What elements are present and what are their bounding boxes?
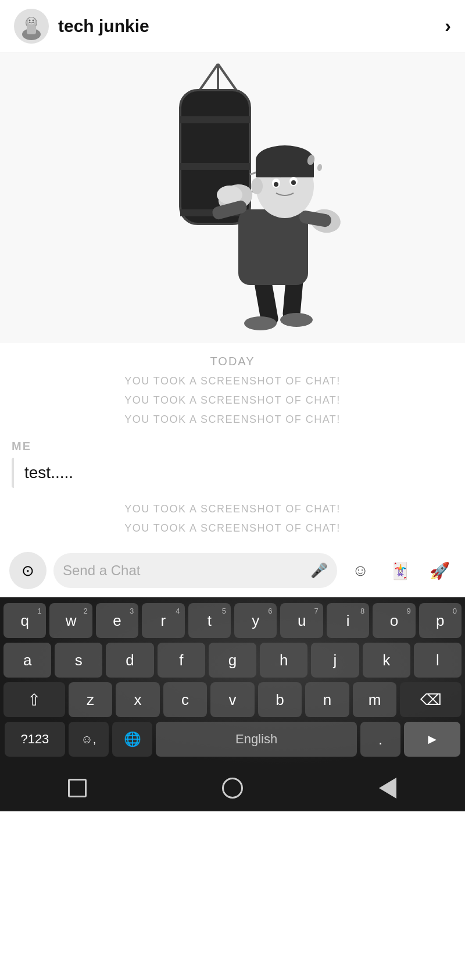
back-button[interactable] xyxy=(370,771,405,806)
user-avatar[interactable] xyxy=(14,9,49,44)
screenshot-notice-3: YOU TOOK A SCREENSHOT OF CHAT! xyxy=(0,410,465,429)
key-n[interactable]: n xyxy=(305,682,349,717)
key-a[interactable]: a xyxy=(3,643,51,678)
key-h[interactable]: h xyxy=(260,643,307,678)
screenshot-notice-4: YOU TOOK A SCREENSHOT OF CHAT! xyxy=(0,500,465,519)
key-j[interactable]: j xyxy=(311,643,359,678)
sticker-button[interactable]: 🃏 xyxy=(384,554,416,587)
key-g[interactable]: g xyxy=(209,643,256,678)
screenshot-notice-5: YOU TOOK A SCREENSHOT OF CHAT! xyxy=(0,519,465,538)
sender-label: ME xyxy=(0,435,465,455)
system-nav-bar xyxy=(0,765,465,811)
recent-apps-button[interactable] xyxy=(60,771,95,806)
keyboard-row-3: ⇧ z x c v b n m ⌫ xyxy=(3,682,462,717)
svg-point-20 xyxy=(244,316,277,330)
svg-point-5 xyxy=(29,19,31,21)
rocket-button[interactable]: 🚀 xyxy=(423,554,456,587)
screenshot-section-2: YOU TOOK A SCREENSHOT OF CHAT! YOU TOOK … xyxy=(0,494,465,544)
key-i[interactable]: i8 xyxy=(327,603,369,638)
bitmoji-sticker xyxy=(0,52,465,343)
shift-key[interactable]: ⇧ xyxy=(3,682,65,717)
key-f[interactable]: f xyxy=(158,643,205,678)
svg-point-37 xyxy=(317,163,323,171)
space-key[interactable]: English xyxy=(156,722,357,757)
message-bubble: test..... xyxy=(12,458,84,488)
svg-point-6 xyxy=(33,19,34,21)
key-x[interactable]: x xyxy=(116,682,160,717)
key-y[interactable]: y6 xyxy=(234,603,277,638)
keyboard-row-1: q1 w2 e3 r4 t5 y6 u7 i8 o9 p0 xyxy=(3,603,462,638)
key-q[interactable]: q1 xyxy=(3,603,46,638)
key-p[interactable]: p0 xyxy=(419,603,462,638)
chat-input-field[interactable]: Send a Chat 🎤 xyxy=(53,553,337,588)
key-k[interactable]: k xyxy=(363,643,410,678)
svg-rect-12 xyxy=(180,116,250,123)
svg-rect-30 xyxy=(256,160,314,177)
emoji-icon: ☺ xyxy=(352,561,369,580)
triangle-icon xyxy=(379,778,396,799)
keyboard-row-2: a s d f g h j k l xyxy=(3,643,462,678)
key-e[interactable]: e3 xyxy=(96,603,138,638)
svg-point-21 xyxy=(280,313,313,327)
key-o[interactable]: o9 xyxy=(373,603,415,638)
screenshot-notice-2: YOU TOOK A SCREENSHOT OF CHAT! xyxy=(0,391,465,410)
key-w[interactable]: w2 xyxy=(49,603,92,638)
date-section: TODAY YOU TOOK A SCREENSHOT OF CHAT! YOU… xyxy=(0,343,465,435)
key-m[interactable]: m xyxy=(353,682,397,717)
backspace-key[interactable]: ⌫ xyxy=(400,682,462,717)
profile-chevron-icon[interactable]: › xyxy=(445,15,451,37)
message-container: test..... xyxy=(0,455,465,494)
emoji-comma-key[interactable]: ☺, xyxy=(69,722,109,757)
svg-rect-13 xyxy=(180,163,250,170)
svg-rect-22 xyxy=(238,209,308,285)
home-button[interactable] xyxy=(215,771,250,806)
circle-icon xyxy=(222,778,243,799)
svg-line-7 xyxy=(198,64,218,93)
svg-line-9 xyxy=(218,64,238,93)
date-label: TODAY xyxy=(0,349,465,372)
key-v[interactable]: v xyxy=(210,682,255,717)
globe-key[interactable]: 🌐 xyxy=(112,722,152,757)
camera-icon: ⊙ xyxy=(22,562,34,580)
microphone-icon[interactable]: 🎤 xyxy=(310,562,328,579)
period-key[interactable]: . xyxy=(360,722,400,757)
keyboard-bottom-row: ?123 ☺, 🌐 English . ► xyxy=(3,722,462,757)
key-b[interactable]: b xyxy=(258,682,302,717)
key-u[interactable]: u7 xyxy=(280,603,323,638)
key-r[interactable]: r4 xyxy=(142,603,184,638)
svg-point-33 xyxy=(274,182,278,187)
rocket-icon: 🚀 xyxy=(430,561,450,580)
screenshot-notice-1: YOU TOOK A SCREENSHOT OF CHAT! xyxy=(0,372,465,391)
svg-rect-4 xyxy=(27,25,36,34)
key-d[interactable]: d xyxy=(106,643,153,678)
key-z[interactable]: z xyxy=(69,682,113,717)
keyboard: q1 w2 e3 r4 t5 y6 u7 i8 o9 p0 a s d f g … xyxy=(0,597,465,765)
send-key[interactable]: ► xyxy=(404,722,460,757)
square-icon xyxy=(68,779,87,797)
chat-input-placeholder: Send a Chat xyxy=(63,562,306,579)
sticker-icon: 🃏 xyxy=(390,561,410,580)
key-c[interactable]: c xyxy=(163,682,208,717)
key-s[interactable]: s xyxy=(55,643,102,678)
contact-name: tech junkie xyxy=(58,16,445,36)
key-l[interactable]: l xyxy=(414,643,462,678)
camera-button[interactable]: ⊙ xyxy=(9,552,46,589)
key-t[interactable]: t5 xyxy=(188,603,231,638)
chat-input-bar: ⊙ Send a Chat 🎤 ☺ 🃏 🚀 xyxy=(0,544,465,597)
chat-header: tech junkie › xyxy=(0,0,465,52)
emoji-button[interactable]: ☺ xyxy=(344,554,377,587)
svg-point-34 xyxy=(291,180,296,185)
svg-point-35 xyxy=(251,178,263,194)
numbers-key[interactable]: ?123 xyxy=(5,722,65,757)
